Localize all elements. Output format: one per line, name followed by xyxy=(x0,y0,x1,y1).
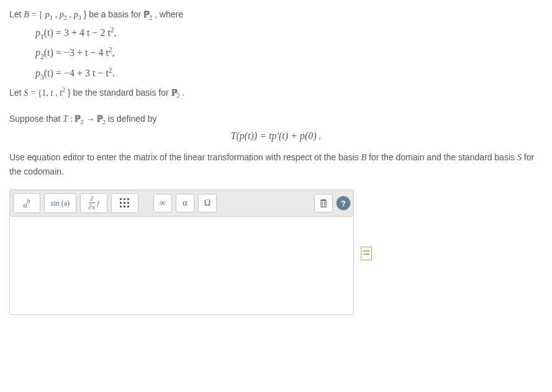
text: is defined by xyxy=(108,114,157,124)
label: sin (a) xyxy=(51,199,70,208)
line-T-def: Suppose that T : ℙ2 → ℙ2 is defined by xyxy=(9,111,543,128)
p: p xyxy=(35,27,40,38)
omega-button[interactable]: Ω xyxy=(198,194,217,212)
equation-p3: p3(t) = −4 + 3 t − t2. xyxy=(9,64,543,84)
sub: 2 xyxy=(102,119,106,125)
rest: (t) = −4 + 3 t − t xyxy=(44,68,109,78)
equation-p1: p1(t) = 3 + 4 t − 2 t2, xyxy=(9,24,543,43)
svg-rect-8 xyxy=(127,206,129,207)
arrow: → xyxy=(86,114,97,124)
label: α xyxy=(183,198,187,208)
trash-button[interactable] xyxy=(314,194,333,212)
equation-input-area[interactable] xyxy=(9,217,354,315)
rest: (t) = −3 + t − 4 t xyxy=(44,48,109,58)
text: , xyxy=(55,10,60,19)
text: } be the standard basis for xyxy=(68,88,171,98)
text: = {1, xyxy=(30,88,50,98)
var-T: T xyxy=(63,114,68,124)
sub: 2 xyxy=(149,14,152,21)
tail: , xyxy=(114,27,117,38)
tail: . xyxy=(112,68,115,78)
note-icon[interactable] xyxy=(361,247,372,260)
instruction: Use equation editor to enter the matrix … xyxy=(9,150,543,179)
partial-derivative-button[interactable]: ∂ ∂x f xyxy=(80,193,107,213)
superscript-button[interactable]: ab xyxy=(13,193,40,213)
equation-editor: ab sin (a) ∂ ∂x f ∞ α Ω xyxy=(9,189,354,315)
set-P2: ℙ xyxy=(97,114,102,124)
sup: 2 xyxy=(62,86,65,93)
matrix-button[interactable] xyxy=(111,193,138,213)
label: Ω xyxy=(204,198,210,208)
svg-rect-6 xyxy=(120,206,122,207)
sub: 2 xyxy=(80,119,83,125)
intro-line-1: Let B = { p1 , p2 , p3 } be a basis for … xyxy=(9,6,543,24)
text: Let xyxy=(9,9,24,19)
text: } be a basis for xyxy=(84,9,144,19)
infinity-button[interactable]: ∞ xyxy=(153,194,172,212)
svg-rect-1 xyxy=(124,198,125,200)
svg-rect-0 xyxy=(120,198,122,200)
text: Let xyxy=(9,88,24,98)
var-p2: p xyxy=(60,10,64,19)
text: Suppose that xyxy=(9,114,63,124)
svg-rect-4 xyxy=(124,202,125,204)
label: ∞ xyxy=(160,198,166,208)
text: Use equation editor to enter the matrix … xyxy=(9,152,361,162)
bot: ∂x xyxy=(89,203,96,211)
sub: 1 xyxy=(50,14,53,21)
set-P2: ℙ xyxy=(171,88,177,98)
svg-rect-2 xyxy=(127,198,129,200)
problem-statement: Let B = { p1 , p2 , p3 } be a basis for … xyxy=(9,6,543,102)
sub: 3 xyxy=(78,14,81,21)
alpha-button[interactable]: α xyxy=(176,194,194,212)
var-S: S xyxy=(24,88,28,98)
tail: , xyxy=(112,48,115,58)
var-B: B xyxy=(24,10,29,19)
var-p3: p xyxy=(74,10,78,19)
editor-toolbar: ab sin (a) ∂ ∂x f ∞ α Ω xyxy=(9,189,354,217)
p: p xyxy=(35,68,40,78)
text: , xyxy=(70,10,74,19)
var-B: B xyxy=(361,153,367,162)
transformation-def: Suppose that T : ℙ2 → ℙ2 is defined by T… xyxy=(9,111,543,142)
help-button[interactable]: ? xyxy=(337,196,350,210)
equation-p2: p2(t) = −3 + t − 4 t2, xyxy=(9,43,543,63)
svg-rect-5 xyxy=(127,202,129,204)
svg-rect-3 xyxy=(120,202,122,204)
svg-rect-7 xyxy=(124,206,125,207)
top: ∂ xyxy=(90,196,93,203)
p: p xyxy=(35,48,40,58)
f: f xyxy=(97,199,99,207)
var-p1: p xyxy=(45,10,50,19)
var-S: S xyxy=(517,153,522,162)
trash-icon xyxy=(319,198,328,208)
matrix-icon xyxy=(119,198,130,209)
set-P2: ℙ xyxy=(143,10,149,19)
var-t: t xyxy=(50,88,53,98)
rest: (t) = 3 + 4 t − 2 t xyxy=(44,27,111,38)
trig-button[interactable]: sin (a) xyxy=(44,193,76,213)
sub: 2 xyxy=(64,14,67,21)
text: . xyxy=(182,88,184,98)
centered-equation: T(p(t)) = tp′(t) + p(0) . xyxy=(9,130,543,142)
text: = { xyxy=(32,10,43,19)
b: b xyxy=(27,198,30,204)
eq: T(p(t)) = tp′(t) + p(0) . xyxy=(231,130,322,141)
label: ? xyxy=(341,199,346,208)
sub: 2 xyxy=(177,93,180,99)
text: , where xyxy=(155,9,183,19)
text: for the domain and the standard basis xyxy=(369,152,517,162)
intro-line-S: Let S = {1, t , t2 } be the standard bas… xyxy=(9,84,543,102)
